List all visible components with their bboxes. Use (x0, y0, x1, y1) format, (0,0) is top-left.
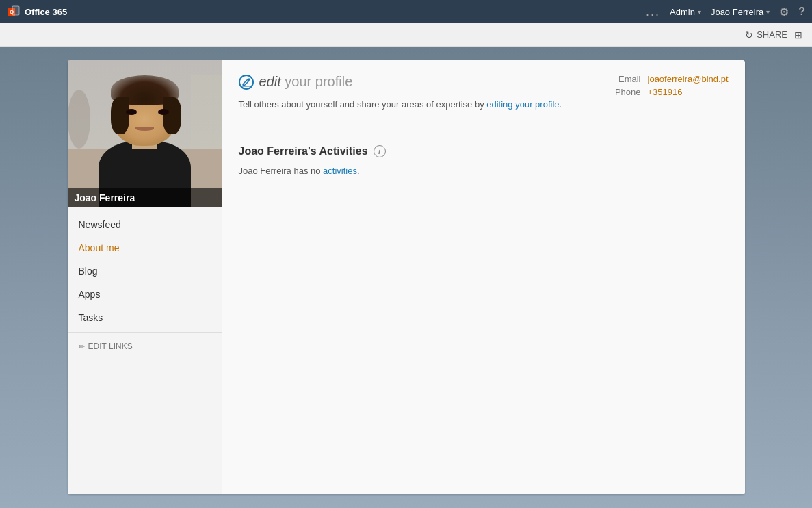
email-value: joaoferreira@bind.pt (648, 74, 729, 84)
sidebar: Joao Ferreira Newsfeed About me Blog App… (68, 60, 222, 494)
sidebar-item-tasks[interactable]: Tasks (68, 306, 222, 329)
content-divider (239, 131, 729, 131)
share-label: SHARE (757, 29, 787, 40)
admin-label: Admin (670, 7, 695, 17)
desc-end: . (560, 99, 562, 110)
admin-menu[interactable]: Admin ▾ (670, 7, 701, 17)
desc-text: Tell others about yourself and share you… (239, 99, 487, 110)
activities-title: Joao Ferreira's Activities (239, 145, 368, 157)
sidebar-item-newsfeed[interactable]: Newsfeed (68, 213, 222, 236)
more-options-button[interactable]: ... (646, 5, 660, 19)
profile-card: Joao Ferreira Newsfeed About me Blog App… (68, 60, 745, 494)
avatar-container: Joao Ferreira (68, 60, 222, 207)
activities-info-icon[interactable]: i (374, 145, 386, 157)
topbar-right: ... Admin ▾ Joao Ferreira ▾ ⚙ ? (646, 5, 805, 19)
newsfeed-label: Newsfeed (79, 219, 121, 230)
settings-icon[interactable]: ⚙ (779, 5, 789, 18)
phone-value: +351916 (648, 87, 683, 97)
user-menu[interactable]: Joao Ferreira ▾ (711, 7, 770, 17)
help-icon[interactable]: ? (798, 5, 805, 18)
contact-info: Email joaoferreira@bind.pt Phone +351916 (610, 74, 729, 97)
edit-word: edit (259, 74, 281, 89)
edit-links-button[interactable]: ✏ EDIT LINKS (68, 335, 222, 357)
office-logo-icon: O (7, 5, 21, 18)
avatar (68, 60, 222, 207)
profile-top-row: edit your profile Tell others about your… (239, 74, 729, 121)
activities-link[interactable]: activities (323, 166, 357, 176)
edit-profile-header: edit your profile (239, 74, 610, 90)
edit-links-label: EDIT LINKS (88, 342, 133, 351)
nav-divider (68, 332, 222, 333)
profile-word: your profile (285, 74, 352, 89)
editing-profile-link[interactable]: editing your profile (486, 99, 559, 110)
share-icon: ↻ (745, 29, 753, 40)
sidebar-user-name: Joao Ferreira (68, 188, 222, 207)
app-title: Office 365 (25, 7, 67, 17)
sidebar-item-apps[interactable]: Apps (68, 283, 222, 306)
profile-description: Tell others about yourself and share you… (239, 98, 610, 112)
activities-empty-message: Joao Ferreira has no activities. (239, 166, 729, 176)
profile-top-left: edit your profile Tell others about your… (239, 74, 610, 121)
user-name-label: Joao Ferreira (711, 7, 763, 17)
tasks-label: Tasks (79, 312, 103, 323)
main-background: Joao Ferreira Newsfeed About me Blog App… (0, 47, 812, 508)
main-content: edit your profile Tell others about your… (222, 60, 745, 494)
edit-circle-icon (239, 75, 254, 90)
edit-profile-title: edit your profile (259, 74, 353, 90)
sidebar-item-blog[interactable]: Blog (68, 259, 222, 283)
phone-label: Phone (610, 87, 641, 97)
admin-dropdown-arrow: ▾ (698, 8, 701, 16)
sidebar-nav: Newsfeed About me Blog Apps Tasks ✏ EDIT (68, 207, 222, 363)
activities-end: . (357, 166, 360, 176)
apps-label: Apps (79, 289, 101, 300)
phone-row: Phone +351916 (610, 87, 729, 97)
email-row: Email joaoferreira@bind.pt (610, 74, 729, 84)
share-button[interactable]: ↻ SHARE (745, 29, 787, 40)
blog-label: Blog (79, 266, 98, 277)
activities-empty-text: Joao Ferreira has no (239, 166, 324, 176)
edit-pencil-svg (241, 77, 251, 87)
user-dropdown-arrow: ▾ (766, 8, 770, 16)
sidebar-item-about-me[interactable]: About me (68, 236, 222, 259)
sharebar: ↻ SHARE ⊞ (0, 23, 812, 47)
topbar-left: O Office 365 (7, 5, 67, 18)
topbar: O Office 365 ... Admin ▾ Joao Ferreira ▾… (0, 0, 812, 23)
layout-icon[interactable]: ⊞ (794, 29, 802, 40)
about-me-label: About me (79, 242, 120, 253)
svg-text:O: O (10, 9, 14, 15)
email-label: Email (610, 74, 641, 84)
activities-header: Joao Ferreira's Activities i (239, 145, 729, 157)
pencil-icon: ✏ (79, 342, 85, 351)
